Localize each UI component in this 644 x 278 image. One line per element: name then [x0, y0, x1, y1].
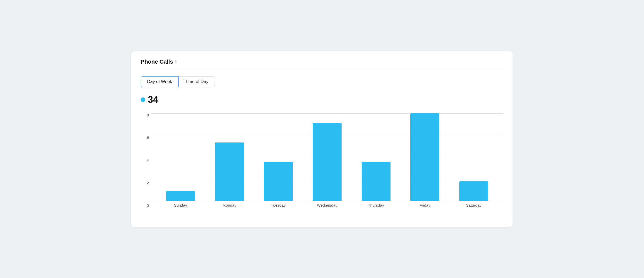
bar-wednesday[interactable]	[313, 123, 342, 201]
y-axis: 0 2 4 6 8	[141, 113, 149, 207]
bar-tuesday[interactable]	[264, 162, 293, 201]
bars-container	[151, 113, 503, 201]
x-label-monday: Monday	[209, 203, 250, 207]
y-label-8: 8	[141, 113, 149, 117]
y-label-4: 4	[141, 158, 149, 162]
bar-sunday[interactable]	[166, 191, 195, 201]
card-header: Phone Calls ℹ	[141, 58, 503, 70]
metric-dot	[141, 97, 145, 102]
bar-group-thursday	[355, 162, 397, 201]
bar-group-sunday	[160, 191, 201, 201]
bar-group-friday	[404, 113, 445, 201]
bar-monday[interactable]	[215, 142, 244, 201]
bar-group-tuesday	[258, 162, 299, 201]
phone-calls-card: Phone Calls ℹ Day of Week Time of Day 34…	[131, 51, 513, 227]
x-label-sunday: Sunday	[160, 203, 201, 207]
bar-group-saturday	[453, 181, 494, 201]
bar-friday[interactable]	[410, 113, 439, 201]
x-label-thursday: Thursday	[355, 203, 397, 207]
bars-inner	[151, 113, 503, 201]
y-label-0: 0	[141, 204, 149, 207]
y-label-2: 2	[141, 181, 149, 185]
metric-row: 34	[141, 94, 503, 105]
bar-saturday[interactable]	[459, 181, 488, 201]
tab-group: Day of Week Time of Day	[141, 76, 503, 87]
bar-group-wednesday	[307, 123, 348, 201]
bar-thursday[interactable]	[362, 162, 391, 201]
metric-value: 34	[148, 94, 158, 105]
x-label-wednesday: Wednesday	[307, 203, 348, 207]
y-label-6: 6	[141, 136, 149, 139]
card-title: Phone Calls	[141, 58, 173, 65]
tab-day-of-week[interactable]: Day of Week	[141, 76, 179, 87]
x-labels: SundayMondayTuesdayWednesdayThursdayFrid…	[151, 203, 503, 207]
x-label-tuesday: Tuesday	[258, 203, 299, 207]
bar-group-monday	[209, 142, 250, 201]
x-label-saturday: Saturday	[453, 203, 494, 207]
tab-time-of-day[interactable]: Time of Day	[179, 76, 215, 87]
chart-area: 0 2 4 6 8 SundayMondayTuesdayWednesdayTh…	[141, 113, 503, 218]
info-icon[interactable]: ℹ	[175, 59, 177, 64]
x-label-friday: Friday	[404, 203, 445, 207]
